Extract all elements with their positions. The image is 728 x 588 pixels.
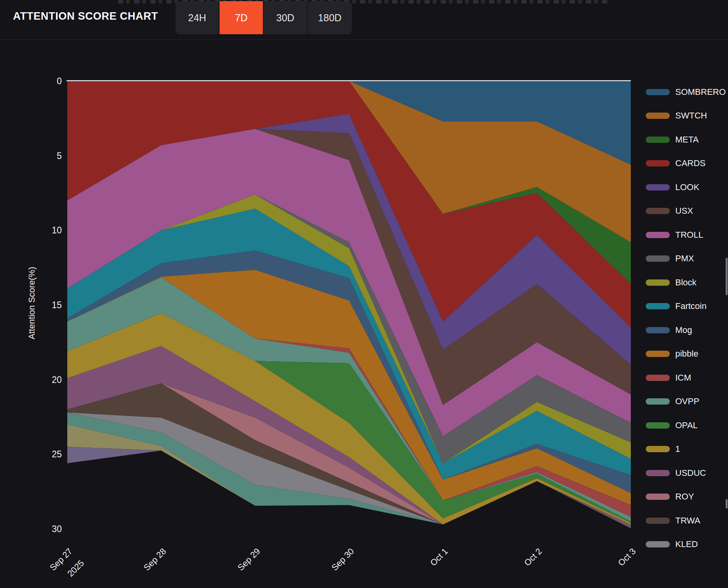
legend-item-OVPP[interactable]: OVPP xyxy=(646,398,728,405)
legend-label-USX: USX xyxy=(675,206,693,216)
legend-swatch-SOMBRERO xyxy=(646,89,670,95)
y-tick-25: 25 xyxy=(52,449,62,459)
legend-label-CARDS: CARDS xyxy=(675,158,706,168)
legend-item-TROLL[interactable]: TROLL xyxy=(646,231,728,238)
y-axis-label: Attention Score(%) xyxy=(27,267,37,340)
legend-item-ROY[interactable]: ROY xyxy=(646,494,728,500)
y-tick-0: 0 xyxy=(57,76,62,86)
legend-label-Mog: Mog xyxy=(675,325,692,335)
legend-swatch-META xyxy=(646,137,670,143)
legend-label-Block: Block xyxy=(675,277,697,288)
legend-item-1[interactable]: 1 xyxy=(646,446,728,453)
legend-swatch-ICM xyxy=(646,375,670,381)
legend-item-KLED[interactable]: KLED xyxy=(646,541,728,548)
legend-swatch-PMX xyxy=(646,255,670,262)
legend-label-1: 1 xyxy=(675,444,680,454)
legend-swatch-Fartcoin xyxy=(646,303,670,309)
legend-label-META: META xyxy=(675,135,698,145)
legend-item-ICM[interactable]: ICM xyxy=(646,374,728,381)
legend-item-SOMBRERO[interactable]: SOMBRERO xyxy=(646,89,728,95)
legend-label-LOOK: LOOK xyxy=(675,182,699,192)
legend-item-PMX[interactable]: PMX xyxy=(646,255,728,262)
legend-swatch-USDUC xyxy=(646,470,670,476)
legend-swatch-OPAL xyxy=(646,422,670,429)
legend-swatch-USX xyxy=(646,208,670,214)
legend-scrollbar[interactable] xyxy=(726,258,728,295)
legend-swatch-KLED xyxy=(646,541,670,547)
y-tick-20: 20 xyxy=(52,375,62,385)
legend-swatch-Block xyxy=(646,279,670,286)
legend-swatch-SWTCH xyxy=(646,113,670,119)
chart-legend: SOMBREROSWTCHMETACARDSLOOKUSXTROLLPMXBlo… xyxy=(646,89,728,565)
legend-swatch-OVPP xyxy=(646,398,670,405)
legend-label-USDUC: USDUC xyxy=(675,468,706,478)
legend-label-PMX: PMX xyxy=(675,253,694,264)
legend-label-KLED: KLED xyxy=(675,539,698,549)
legend-label-OVPP: OVPP xyxy=(675,396,699,407)
tab-30d[interactable]: 30D xyxy=(264,1,308,34)
legend-item-LOOK[interactable]: LOOK xyxy=(646,184,728,190)
legend-label-SOMBRERO: SOMBRERO xyxy=(675,87,726,97)
y-tick-10: 10 xyxy=(52,225,62,235)
attention-score-chart: 051015202530Attention Score(%)Sep 272025… xyxy=(0,39,728,588)
legend-item-USDUC[interactable]: USDUC xyxy=(646,470,728,476)
legend-label-ICM: ICM xyxy=(675,373,691,383)
x-tick-oct-1: Oct 1 xyxy=(428,546,450,568)
chart-header: ATTENTION SCORE CHART 24H 7D 30D 180D xyxy=(0,0,728,40)
legend-swatch-1 xyxy=(646,446,670,452)
legend-label-pibble: pibble xyxy=(675,349,698,359)
time-range-tabs: 24H 7D 30D 180D xyxy=(176,1,352,34)
legend-item-Fartcoin[interactable]: Fartcoin xyxy=(646,303,728,310)
legend-item-Mog[interactable]: Mog xyxy=(646,327,728,333)
legend-swatch-LOOK xyxy=(646,184,670,190)
x-tick-sep-27-2025-l1: 2025 xyxy=(65,558,86,579)
legend-item-OPAL[interactable]: OPAL xyxy=(646,422,728,429)
legend-item-CARDS[interactable]: CARDS xyxy=(646,160,728,167)
x-tick-oct-3: Oct 3 xyxy=(616,546,638,568)
legend-swatch-ROY xyxy=(646,494,670,500)
legend-item-TRWA[interactable]: TRWA xyxy=(646,517,728,524)
legend-label-TRWA: TRWA xyxy=(675,516,700,526)
stacked-area-plot[interactable]: 051015202530Attention Score(%)Sep 272025… xyxy=(0,39,728,588)
legend-label-OPAL: OPAL xyxy=(675,420,698,431)
x-tick-sep-29: Sep 29 xyxy=(236,546,262,573)
legend-label-ROY: ROY xyxy=(675,492,694,502)
y-tick-30: 30 xyxy=(52,524,62,534)
legend-item-USX[interactable]: USX xyxy=(646,208,728,214)
legend-item-pibble[interactable]: pibble xyxy=(646,351,728,357)
legend-item-META[interactable]: META xyxy=(646,136,728,143)
legend-swatch-CARDS xyxy=(646,160,670,166)
legend-label-SWTCH: SWTCH xyxy=(675,111,707,121)
legend-label-TROLL: TROLL xyxy=(675,230,703,240)
legend-swatch-Mog xyxy=(646,327,670,333)
x-tick-sep-28: Sep 28 xyxy=(142,546,168,573)
legend-swatch-TRWA xyxy=(646,518,670,524)
y-tick-15: 15 xyxy=(52,300,62,310)
x-tick-oct-2: Oct 2 xyxy=(522,546,544,568)
page-title: ATTENTION SCORE CHART xyxy=(13,10,158,22)
legend-swatch-pibble xyxy=(646,351,670,357)
legend-label-Fartcoin: Fartcoin xyxy=(675,301,706,311)
tab-24h[interactable]: 24H xyxy=(176,1,220,34)
legend-item-SWTCH[interactable]: SWTCH xyxy=(646,113,728,119)
page-scrollbar[interactable] xyxy=(726,499,728,508)
y-tick-5: 5 xyxy=(57,151,62,161)
legend-item-Block[interactable]: Block xyxy=(646,279,728,286)
legend-swatch-TROLL xyxy=(646,232,670,238)
tab-180d[interactable]: 180D xyxy=(308,1,352,34)
x-tick-sep-30: Sep 30 xyxy=(330,546,356,573)
tab-7d[interactable]: 7D xyxy=(220,1,264,34)
